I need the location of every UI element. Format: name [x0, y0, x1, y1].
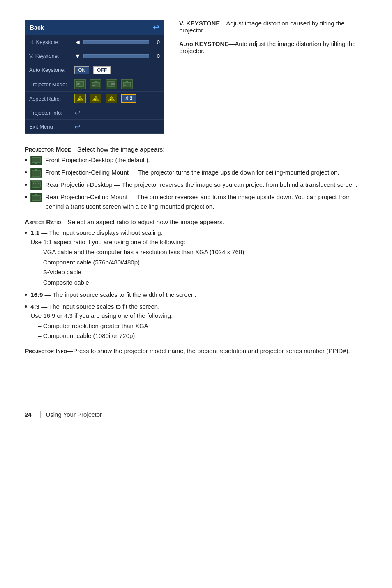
- svg-text:★: ★: [109, 98, 112, 101]
- aspect-ratio-16to9-label: 16:9: [30, 291, 43, 298]
- osd-aspect-ratio-row: Aspect Ratio: ★ ★ ★ 4:3: [25, 92, 164, 106]
- svg-rect-19: [35, 163, 37, 164]
- osd-projector-mode-controls: FD FC RD RC: [74, 79, 160, 89]
- projector-mode-item-rp-desk: • Rear Projection-Desktop — The projecto…: [25, 180, 367, 190]
- osd-projector-mode-icon-rp-desk[interactable]: RD: [106, 79, 117, 89]
- main-content: Projector Mode—Select how the image appe…: [25, 146, 367, 355]
- projector-mode-title-text: Projector Mode: [25, 146, 71, 153]
- aspect-ratio-sub-item-comp-res: Computer resolution greater than XGA: [38, 322, 367, 331]
- projector-mode-items: • Front Projection-Desktop (the default)…: [25, 156, 367, 211]
- aspect-ratio-1to1-text: 1:1 — The input source displays without …: [30, 228, 367, 288]
- aspect-ratio-section-title: Aspect Ratio—Select an aspect ratio to a…: [25, 218, 367, 226]
- auto-keystone-info-block: Auto Keystone—Auto adjust the image dist…: [179, 40, 367, 54]
- v-keystone-title: V. Keystone: [179, 20, 220, 27]
- osd-menu: Back ↩ H. Keystone: ◄ 0 V. Keystone: ▼ 0: [25, 20, 164, 134]
- svg-rect-1: [79, 86, 81, 87]
- bullet-dot-fp-desk: •: [25, 156, 27, 164]
- osd-v-keystone-row: V. Keystone: ▼ 0: [25, 49, 164, 63]
- projector-info-section: Projector Info—Press to show the project…: [25, 347, 367, 355]
- osd-exit-menu-arrow[interactable]: ↩: [74, 122, 81, 131]
- projector-mode-rp-ceil-text: Rear Projection-Ceiling Mount — The proj…: [45, 193, 367, 211]
- footer-page-number: 24: [25, 411, 32, 418]
- svg-rect-21: [35, 169, 37, 171]
- osd-aspect-ratio-43-btn[interactable]: 4:3: [121, 94, 136, 103]
- osd-aspect-icon-3[interactable]: ★: [106, 94, 117, 103]
- osd-exit-menu-label: Exit Menu: [29, 124, 74, 130]
- aspect-ratio-item-16to9: • 16:9 — The input source scales to fit …: [25, 290, 367, 300]
- aspect-ratio-4to3-sub-list: Computer resolution greater than XGA Com…: [38, 322, 367, 341]
- svg-rect-23: [35, 187, 37, 188]
- aspect-ratio-item-1to1: • 1:1 — The input source displays withou…: [25, 228, 367, 288]
- svg-rect-7: [111, 86, 112, 87]
- footer-title: Using Your Projector: [46, 411, 102, 418]
- osd-aspect-ratio-label: Aspect Ratio:: [29, 96, 74, 102]
- bullet-dot-1to1: •: [25, 229, 27, 237]
- aspect-ratio-1to1-sub-intro: Use 1:1 aspect ratio if you are using on…: [30, 239, 185, 246]
- bullet-dot-rp-desk: •: [25, 181, 27, 188]
- osd-auto-keystone-row: Auto Keystone: ON OFF: [25, 63, 164, 77]
- v-keystone-info-block: V. Keystone—Adjust image distortion caus…: [179, 20, 367, 34]
- svg-text:FC: FC: [92, 84, 96, 87]
- svg-rect-10: [126, 81, 128, 82]
- osd-projector-mode-label: Projector Mode:: [29, 81, 74, 87]
- svg-rect-20: [32, 171, 40, 176]
- footer: 24 | Using Your Projector: [25, 404, 367, 419]
- svg-rect-26: [35, 194, 37, 195]
- osd-aspect-ratio-controls: ★ ★ ★ 4:3: [74, 94, 160, 103]
- bullet-dot-16to9: •: [25, 291, 27, 299]
- osd-projector-mode-icon-fp-desk[interactable]: FD: [74, 79, 86, 89]
- osd-h-keystone-value: 0: [152, 39, 160, 45]
- projector-mode-item-fp-desk: • Front Projection-Desktop (the default)…: [25, 156, 367, 165]
- projector-info-em: —: [67, 347, 73, 354]
- bullet-dot-4to3: •: [25, 303, 27, 310]
- aspect-ratio-1to1-label: 1:1: [30, 229, 39, 236]
- auto-keystone-title: Auto Keystone: [179, 40, 228, 47]
- osd-exit-menu-row: Exit Menu ↩: [25, 120, 164, 134]
- aspect-ratio-4to3-text: 4:3 — The input source scales to fit the…: [30, 302, 367, 342]
- aspect-ratio-4to3-label: 4:3: [30, 303, 39, 310]
- osd-h-keystone-left-arrow[interactable]: ◄: [74, 39, 81, 46]
- osd-back-label: Back: [30, 24, 44, 31]
- footer-separator: |: [40, 410, 42, 419]
- osd-auto-keystone-off-btn[interactable]: OFF: [93, 66, 111, 74]
- osd-v-keystone-slider[interactable]: [83, 54, 149, 58]
- projector-mode-item-fp-ceil: • Front Projection-Ceiling Mount — The p…: [25, 168, 367, 178]
- osd-auto-keystone-label: Auto Keystone:: [29, 67, 74, 73]
- osd-auto-keystone-on-btn[interactable]: ON: [74, 66, 89, 74]
- aspect-ratio-4to3-sub-intro: Use 16:9 or 4:3 if you are using one of …: [30, 312, 173, 319]
- svg-text:★: ★: [78, 98, 81, 101]
- aspect-ratio-sub-item-svideo: S-Video cable: [38, 268, 367, 277]
- projector-mode-rp-desk-icon: [30, 180, 42, 190]
- osd-aspect-icon-1[interactable]: ★: [74, 94, 86, 103]
- projector-mode-section-title: Projector Mode—Select how the image appe…: [25, 146, 367, 153]
- osd-aspect-icon-2[interactable]: ★: [90, 94, 101, 103]
- osd-h-keystone-row: H. Keystone: ◄ 0: [25, 35, 164, 49]
- osd-auto-keystone-controls: ON OFF: [74, 66, 160, 74]
- osd-v-keystone-down-arrow[interactable]: ▼: [74, 53, 81, 60]
- aspect-ratio-item-4to3: • 4:3 — The input source scales to fit t…: [25, 302, 367, 342]
- osd-projector-mode-icon-fp-ceil[interactable]: FC: [90, 79, 101, 89]
- projector-mode-fp-ceil-text: Front Projection-Ceiling Mount — The pro…: [45, 168, 367, 177]
- projector-mode-title-em: —: [71, 146, 77, 153]
- projector-info-title-text: Projector Info: [25, 347, 67, 354]
- projector-info-desc: Press to show the projector model name, …: [73, 347, 350, 354]
- top-section: Back ↩ H. Keystone: ◄ 0 V. Keystone: ▼ 0: [25, 20, 367, 134]
- svg-rect-18: [32, 157, 40, 163]
- aspect-ratio-1to1-sub-list: VGA cable and the computer has a resolut…: [38, 248, 367, 287]
- osd-h-keystone-slider[interactable]: [83, 40, 149, 44]
- aspect-ratio-sub-item-component1: Component cable (576p/480i/480p): [38, 258, 367, 267]
- aspect-ratio-sub-item-component2: Component cable (1080i or 720p): [38, 331, 367, 341]
- osd-h-keystone-controls: ◄ 0: [74, 39, 160, 46]
- osd-exit-menu-controls: ↩: [74, 122, 160, 131]
- projector-mode-intro: Select how the image appears:: [77, 146, 165, 153]
- aspect-ratio-sub-item-composite: Composite cable: [38, 278, 367, 287]
- osd-v-keystone-value: 0: [152, 53, 160, 59]
- projector-mode-fp-desk-text: Front Projection-Desktop (the default).: [45, 156, 367, 165]
- osd-header-arrow: ↩: [153, 23, 159, 32]
- osd-projector-mode-icon-rp-ceil[interactable]: RC: [121, 79, 133, 89]
- bullet-dot-rp-ceil: •: [25, 193, 27, 201]
- osd-v-keystone-label: V. Keystone:: [29, 53, 74, 59]
- projector-mode-item-rp-ceil: • Rear Projection-Ceiling Mount — The pr…: [25, 193, 367, 211]
- svg-text:RD: RD: [111, 83, 115, 85]
- osd-projector-info-arrow[interactable]: ↩: [74, 108, 81, 117]
